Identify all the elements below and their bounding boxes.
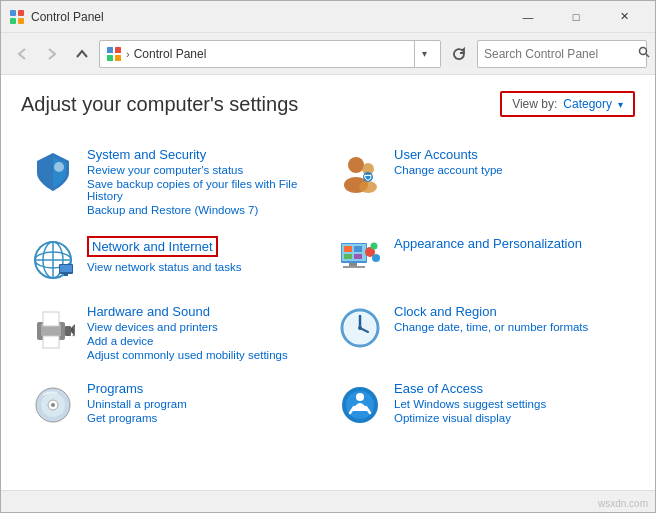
svg-rect-39 bbox=[43, 336, 59, 348]
title-bar: Control Panel — □ ✕ bbox=[1, 1, 655, 33]
ease-access-link-1[interactable]: Let Windows suggest settings bbox=[394, 398, 627, 410]
svg-rect-29 bbox=[344, 254, 352, 259]
programs-title: Programs bbox=[87, 381, 320, 396]
hardware-sound-title: Hardware and Sound bbox=[87, 304, 320, 319]
network-internet-title: Network and Internet bbox=[87, 236, 218, 257]
status-bar: wsxdn.com bbox=[1, 490, 655, 512]
category-system-security[interactable]: System and Security Review your computer… bbox=[21, 137, 328, 226]
up-button[interactable] bbox=[69, 41, 95, 67]
ease-access-link-2[interactable]: Optimize visual display bbox=[394, 412, 627, 424]
view-by-arrow: ▾ bbox=[618, 99, 623, 110]
category-appearance[interactable]: Appearance and Personalization bbox=[328, 226, 635, 294]
appearance-text: Appearance and Personalization bbox=[394, 236, 627, 253]
search-icon[interactable] bbox=[638, 46, 650, 61]
ease-access-text: Ease of Access Let Windows suggest setti… bbox=[394, 381, 627, 424]
window-controls: — □ ✕ bbox=[505, 1, 647, 33]
hardware-sound-icon bbox=[29, 304, 77, 352]
address-dropdown[interactable]: ▾ bbox=[414, 41, 434, 67]
minimize-button[interactable]: — bbox=[505, 1, 551, 33]
user-accounts-icon: 🛡 bbox=[336, 147, 384, 195]
window-title: Control Panel bbox=[31, 10, 505, 24]
breadcrumb: › Control Panel bbox=[106, 46, 410, 62]
forward-button[interactable] bbox=[39, 41, 65, 67]
svg-rect-27 bbox=[344, 246, 352, 252]
clock-region-text: Clock and Region Change date, time, or n… bbox=[394, 304, 627, 333]
programs-link-2[interactable]: Get programs bbox=[87, 412, 320, 424]
user-accounts-link-1[interactable]: Change account type bbox=[394, 164, 627, 176]
hardware-link-2[interactable]: Add a device bbox=[87, 335, 320, 347]
system-security-link-3[interactable]: Backup and Restore (Windows 7) bbox=[87, 204, 320, 216]
nav-bar: › Control Panel ▾ bbox=[1, 33, 655, 75]
svg-point-34 bbox=[372, 254, 380, 262]
svg-rect-40 bbox=[65, 326, 71, 336]
svg-line-9 bbox=[646, 54, 649, 57]
svg-rect-23 bbox=[60, 265, 72, 272]
network-internet-link-1[interactable]: View network status and tasks bbox=[87, 261, 320, 273]
view-by-label: View by: bbox=[512, 97, 557, 111]
hardware-link-3[interactable]: Adjust commonly used mobility settings bbox=[87, 349, 320, 361]
category-programs[interactable]: Programs Uninstall a program Get program… bbox=[21, 371, 328, 439]
system-security-icon bbox=[29, 147, 77, 195]
svg-point-50 bbox=[51, 403, 55, 407]
category-network-internet[interactable]: Network and Internet View network status… bbox=[21, 226, 328, 294]
search-box[interactable] bbox=[477, 40, 647, 68]
svg-point-10 bbox=[54, 162, 64, 172]
clock-region-link-1[interactable]: Change date, time, or number formats bbox=[394, 321, 627, 333]
ease-access-icon bbox=[336, 381, 384, 429]
hardware-sound-text: Hardware and Sound View devices and prin… bbox=[87, 304, 320, 361]
svg-rect-4 bbox=[107, 47, 113, 53]
category-clock-region[interactable]: Clock and Region Change date, time, or n… bbox=[328, 294, 635, 371]
close-button[interactable]: ✕ bbox=[601, 1, 647, 33]
svg-rect-1 bbox=[18, 10, 24, 16]
back-button[interactable] bbox=[9, 41, 35, 67]
svg-rect-6 bbox=[107, 55, 113, 61]
refresh-button[interactable] bbox=[445, 40, 473, 68]
address-bar[interactable]: › Control Panel ▾ bbox=[99, 40, 441, 68]
appearance-title: Appearance and Personalization bbox=[394, 236, 627, 251]
categories-grid: System and Security Review your computer… bbox=[21, 137, 635, 439]
svg-point-11 bbox=[348, 157, 364, 173]
svg-rect-28 bbox=[354, 246, 362, 252]
ease-access-title: Ease of Access bbox=[394, 381, 627, 396]
system-security-link-2[interactable]: Save backup copies of your files with Fi… bbox=[87, 178, 320, 202]
network-internet-text: Network and Internet View network status… bbox=[87, 236, 320, 273]
address-text: Control Panel bbox=[134, 47, 207, 61]
watermark: wsxdn.com bbox=[598, 498, 648, 509]
system-security-text: System and Security Review your computer… bbox=[87, 147, 320, 216]
programs-link-1[interactable]: Uninstall a program bbox=[87, 398, 320, 410]
category-hardware-sound[interactable]: Hardware and Sound View devices and prin… bbox=[21, 294, 328, 371]
hardware-link-1[interactable]: View devices and printers bbox=[87, 321, 320, 333]
svg-point-8 bbox=[640, 48, 647, 55]
page-title: Adjust your computer's settings bbox=[21, 93, 298, 116]
svg-rect-5 bbox=[115, 47, 121, 53]
svg-point-35 bbox=[371, 243, 378, 250]
svg-rect-38 bbox=[43, 312, 59, 326]
svg-rect-30 bbox=[354, 254, 362, 259]
breadcrumb-icon bbox=[106, 46, 122, 62]
svg-rect-24 bbox=[64, 274, 68, 276]
svg-rect-7 bbox=[115, 55, 121, 61]
category-user-accounts[interactable]: 🛡 User Accounts Change account type bbox=[328, 137, 635, 226]
clock-region-icon bbox=[336, 304, 384, 352]
maximize-button[interactable]: □ bbox=[553, 1, 599, 33]
system-security-link-1[interactable]: Review your computer's status bbox=[87, 164, 320, 176]
search-input[interactable] bbox=[484, 47, 634, 61]
svg-rect-0 bbox=[10, 10, 16, 16]
svg-rect-31 bbox=[349, 263, 357, 266]
user-accounts-text: User Accounts Change account type bbox=[394, 147, 627, 176]
view-by-value: Category bbox=[563, 97, 612, 111]
svg-rect-3 bbox=[18, 18, 24, 24]
programs-text: Programs Uninstall a program Get program… bbox=[87, 381, 320, 424]
category-ease-access[interactable]: Ease of Access Let Windows suggest setti… bbox=[328, 371, 635, 439]
network-internet-icon bbox=[29, 236, 77, 284]
view-by-control[interactable]: View by: Category ▾ bbox=[500, 91, 635, 117]
appearance-icon bbox=[336, 236, 384, 284]
clock-region-title: Clock and Region bbox=[394, 304, 627, 319]
content-area: Adjust your computer's settings View by:… bbox=[1, 75, 655, 490]
address-arrow: › bbox=[126, 48, 130, 60]
system-security-title: System and Security bbox=[87, 147, 320, 162]
content-header: Adjust your computer's settings View by:… bbox=[21, 91, 635, 117]
svg-rect-2 bbox=[10, 18, 16, 24]
svg-point-53 bbox=[356, 393, 364, 401]
svg-text:🛡: 🛡 bbox=[364, 174, 372, 183]
